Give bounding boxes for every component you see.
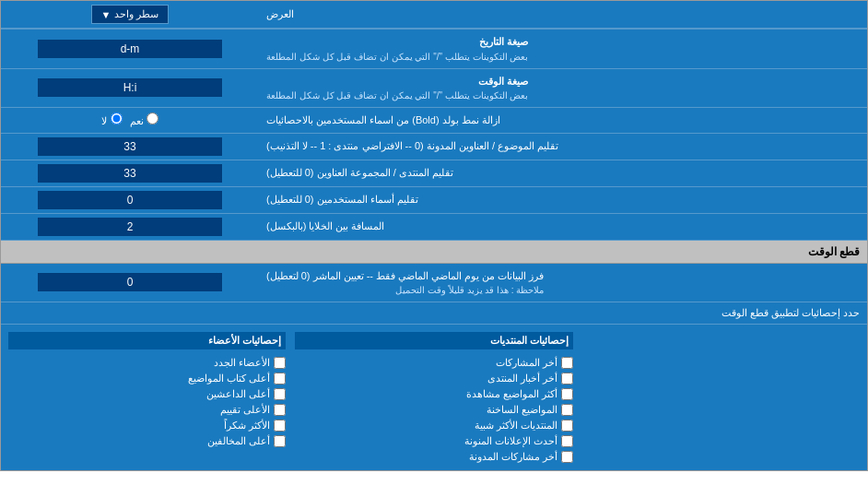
checkbox-most-viewed: أكثر المواضيع مشاهدة <box>295 388 572 400</box>
checkbox-hot-topics: المواضيع الساخنة <box>295 404 572 416</box>
cells-gap-input-area <box>1 214 259 240</box>
bold-remove-radio-area: نعم لا <box>1 108 259 133</box>
topics-limit-input-area <box>1 134 259 160</box>
checkbox-latest-announce: أحدث الإعلانات المنونة <box>295 435 572 447</box>
checkbox-top-rated: الأعلى تقييم <box>8 404 286 416</box>
checkbox-top-writers: أعلى كتاب المواضيع <box>8 373 286 385</box>
display-label: العرض <box>259 1 867 28</box>
date-format-input[interactable]: d-m <box>38 40 222 58</box>
display-input-area: سطر واحد ▼ <box>1 1 259 28</box>
forum-stats-col: إحصائيات المنتديات أخر المشاركات أخر أخب… <box>295 332 572 463</box>
usernames-limit-input-area <box>1 187 259 213</box>
checkbox-top-inviters-input[interactable] <box>274 388 286 400</box>
forum-limit-input-area <box>1 160 259 186</box>
topics-limit-input[interactable] <box>38 137 222 156</box>
cells-gap-input[interactable] <box>38 218 222 236</box>
checkbox-top-writers-input[interactable] <box>274 373 286 385</box>
usernames-limit-label: تقليم أسماء المستخدمين (0 للتعطيل) <box>259 187 867 213</box>
checkbox-hot-topics-input[interactable] <box>561 404 573 416</box>
limit-label-row: حدد إحصائيات لتطبيق قطع الوقت <box>1 302 867 325</box>
date-format-label: صيغة التاريخ بعض التكوينات يتطلب "/" الت… <box>259 30 867 68</box>
checkbox-last-posts: أخر المشاركات <box>295 357 572 369</box>
bold-yes-radio[interactable] <box>147 112 158 124</box>
checkbox-last-blog: أخر مشاركات المدونة <box>295 451 572 463</box>
empty-col <box>582 332 860 463</box>
checkboxes-section: إحصائيات المنتديات أخر المشاركات أخر أخب… <box>1 325 867 470</box>
forum-limit-input[interactable] <box>38 164 222 183</box>
checkbox-top-inviters: أعلى الداعشين <box>8 388 286 400</box>
checkbox-most-thanks-input[interactable] <box>274 420 286 432</box>
display-dropdown[interactable]: سطر واحد ▼ <box>91 5 170 24</box>
time-format-input-area: H:i <box>1 69 259 108</box>
date-format-input-area: d-m <box>1 30 259 68</box>
checkbox-similar-forums-input[interactable] <box>561 420 573 432</box>
bold-no-radio[interactable] <box>111 112 123 124</box>
checkbox-top-rated-input[interactable] <box>274 404 286 416</box>
checkbox-last-blog-input[interactable] <box>561 451 573 463</box>
time-section-header: قطع الوقت <box>1 241 867 264</box>
checkbox-new-members-input[interactable] <box>274 357 286 369</box>
bold-yes-label: نعم <box>130 112 158 127</box>
checkbox-last-posts-input[interactable] <box>561 357 573 369</box>
bold-remove-label: ازالة نمط بولد (Bold) من اسماء المستخدمي… <box>259 108 867 133</box>
cells-gap-label: المسافة بين الخلايا (بالبكسل) <box>259 214 867 240</box>
members-stats-header: إحصائيات الأعضاء <box>8 332 286 349</box>
time-cut-input-area <box>1 264 259 302</box>
forum-stats-header: إحصائيات المنتديات <box>295 332 572 349</box>
bold-no-label: لا <box>101 112 122 127</box>
checkbox-top-violations: أعلى المخالفين <box>8 435 286 447</box>
checkbox-similar-forums: المنتديات الأكثر شبية <box>295 420 572 432</box>
checkbox-top-violations-input[interactable] <box>274 435 286 447</box>
time-cut-input[interactable] <box>38 273 222 291</box>
checkbox-most-thanks: الأكثر شكراً <box>8 420 286 432</box>
forum-limit-label: تقليم المنتدى / المجموعة العناوين (0 للت… <box>259 160 867 186</box>
checkbox-last-news-input[interactable] <box>561 373 573 385</box>
checkbox-last-news: أخر أخبار المنتدى <box>295 373 572 385</box>
checkbox-latest-announce-input[interactable] <box>561 435 573 447</box>
time-format-input[interactable]: H:i <box>38 78 222 97</box>
topics-limit-label: تقليم الموضوع / العناوين المدونة (0 -- ا… <box>259 134 867 160</box>
usernames-limit-input[interactable] <box>38 191 222 209</box>
time-cut-label: فرز البيانات من يوم الماضي الماضي فقط --… <box>259 264 867 302</box>
checkbox-most-viewed-input[interactable] <box>561 388 573 400</box>
members-stats-col: إحصائيات الأعضاء الأعضاء الجدد أعلى كتاب… <box>8 332 286 463</box>
time-format-label: صيغة الوقت بعض التكوينات يتطلب "/" التي … <box>259 69 867 108</box>
checkbox-new-members: الأعضاء الجدد <box>8 357 286 369</box>
